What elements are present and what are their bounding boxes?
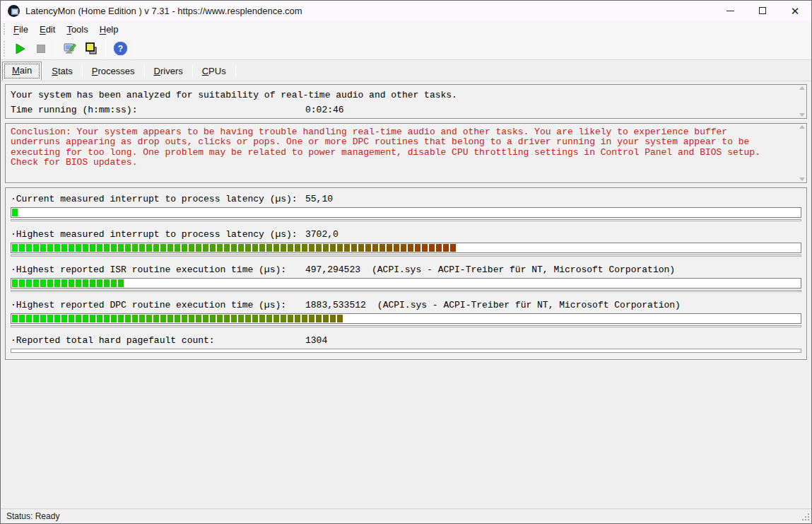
meter-bar (11, 278, 801, 289)
meter-segment (182, 244, 187, 252)
conclusion-line: executing for too long. One problem may … (11, 148, 799, 158)
analysis-panel: Your system has been analyzed for suitab… (5, 84, 807, 119)
meter-row: ·Current measured interrupt to process l… (11, 193, 801, 221)
question-mark-icon: ? (113, 41, 128, 56)
meter-segment (443, 244, 449, 252)
meter-segment (76, 244, 81, 252)
meter-segment (19, 315, 25, 322)
meter-label: ·Highest reported DPC routine execution … (11, 299, 305, 311)
time-running-value: 0:02:46 (305, 103, 344, 117)
tab-processes[interactable]: Processes (83, 63, 144, 81)
meter-bar (11, 243, 801, 253)
menu-item-file[interactable]: File (8, 22, 34, 37)
meter-value: 1304 (305, 334, 327, 347)
meter-segment (26, 279, 32, 287)
meter-bar-base (11, 325, 801, 327)
menu-item-tools[interactable]: Tools (61, 22, 93, 37)
meter-segment (436, 244, 442, 252)
meter-segment (54, 244, 60, 252)
meter-segment (97, 244, 102, 252)
meter-value: 3702,0 (305, 228, 339, 240)
tab-stats[interactable]: Stats (42, 63, 82, 81)
meter-row: ·Highest reported DPC routine execution … (11, 299, 801, 327)
meter-segment (33, 315, 39, 322)
report-button[interactable] (59, 40, 81, 58)
meter-segment (83, 244, 88, 252)
meter-segment (12, 279, 18, 287)
meter-segment (118, 279, 124, 287)
meter-segment (175, 244, 180, 252)
meter-segment (238, 315, 244, 322)
meter-segment (210, 244, 216, 252)
meter-segment (224, 244, 230, 252)
meter-segment (125, 244, 131, 252)
menu-item-edit[interactable]: Edit (34, 22, 61, 37)
meter-segment (422, 244, 428, 252)
meter-segment (266, 244, 272, 252)
meter-segment (69, 244, 74, 252)
toolbar-separator (55, 40, 56, 57)
meter-segment (167, 315, 173, 322)
meter-segment (97, 279, 102, 287)
meter-segment (47, 244, 53, 252)
app-window: LatencyMon (Home Edition ) v 7.31 - http… (0, 0, 812, 524)
meter-bar (11, 313, 801, 324)
meter-segment (104, 244, 110, 252)
stop-monitor-button[interactable] (30, 40, 52, 58)
meter-segment (26, 244, 32, 252)
maximize-button[interactable] (746, 1, 779, 21)
meter-segment (132, 315, 138, 322)
meter-segment (118, 315, 124, 322)
meter-segment (175, 315, 180, 322)
scroll-up-icon (799, 86, 805, 90)
processes-button[interactable] (81, 40, 102, 58)
meter-segment (302, 244, 307, 252)
meter-segment (19, 244, 25, 252)
meter-segment (394, 244, 399, 252)
meter-row: ·Reported total hard pagefault count: 13… (11, 334, 801, 353)
title-bar: LatencyMon (Home Edition ) v 7.31 - http… (1, 1, 811, 21)
meter-segment (33, 279, 39, 287)
status-text: Status: Ready (6, 511, 59, 521)
meter-segment (273, 244, 279, 252)
meter-segment (196, 244, 201, 252)
meter-segment (189, 315, 194, 322)
start-monitor-button[interactable] (9, 40, 30, 58)
meter-segment (90, 279, 95, 287)
time-running-label: Time running (h:mm:ss): (11, 103, 305, 117)
tab-cpus[interactable]: CPUs (193, 63, 235, 81)
meter-segment (450, 244, 456, 252)
resize-grip-icon[interactable] (801, 513, 810, 522)
meter-segment (379, 244, 385, 252)
meter-segment (104, 315, 110, 322)
svg-text:?: ? (117, 44, 122, 54)
meter-segment (238, 244, 244, 252)
meter-segment (266, 315, 272, 322)
menu-item-help[interactable]: Help (94, 22, 124, 37)
meter-segment (139, 244, 145, 252)
meter-segment (118, 244, 124, 252)
meter-segment (288, 244, 293, 252)
meter-segment (33, 244, 39, 252)
meter-segment (224, 315, 230, 322)
meter-segment (12, 315, 18, 322)
meter-segment (351, 244, 357, 252)
meter-segment (54, 315, 60, 322)
meter-segment (203, 315, 208, 322)
tab-drivers[interactable]: Drivers (145, 63, 192, 81)
toolbar-separator (134, 40, 135, 57)
help-button[interactable]: ? (110, 40, 131, 58)
meter-segment (153, 315, 159, 322)
meter-segment (19, 279, 25, 287)
tab-main[interactable]: Main (2, 62, 42, 81)
meter-segment (387, 244, 392, 252)
meter-segment (245, 244, 251, 252)
meter-segment (288, 315, 293, 322)
close-button[interactable]: ✕ (779, 1, 811, 21)
meter-segment (61, 244, 67, 252)
meter-segment (47, 279, 53, 287)
meter-segment (295, 244, 300, 252)
scroll-down-icon (799, 177, 805, 181)
meter-value: 55,10 (305, 193, 333, 205)
minimize-button[interactable] (714, 1, 746, 21)
